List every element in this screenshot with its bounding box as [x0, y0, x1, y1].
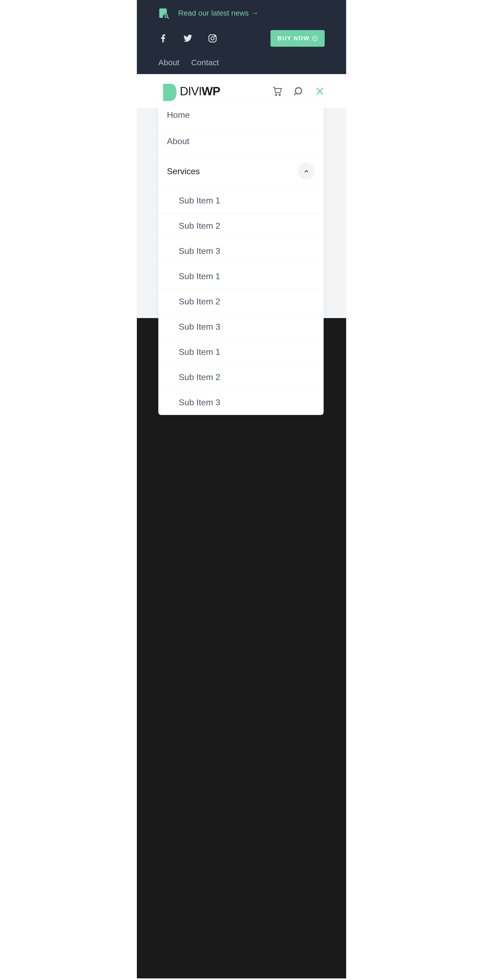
svg-line-8 [294, 93, 296, 95]
sub-item[interactable]: Sub Item 2 [158, 289, 324, 314]
instagram-icon[interactable] [208, 33, 218, 43]
menu-item-about[interactable]: About [158, 128, 324, 154]
news-link[interactable]: Read our latest news → [178, 9, 258, 18]
sub-item[interactable]: Sub Item 3 [158, 314, 324, 340]
topbar-nav: About Contact [158, 58, 325, 67]
buy-now-button[interactable]: BUY NOW [270, 30, 325, 47]
svg-line-1 [167, 17, 168, 18]
sub-item[interactable]: Sub Item 1 [158, 188, 324, 213]
close-icon[interactable] [315, 86, 325, 96]
sub-item[interactable]: Sub Item 3 [158, 390, 324, 415]
sub-item[interactable]: Sub Item 3 [158, 239, 324, 264]
footer-dark-area [137, 318, 346, 978]
sub-item[interactable]: Sub Item 1 [158, 264, 324, 289]
arrow-right-circle-icon [312, 36, 318, 41]
logo-text: DIVIWP [180, 84, 220, 98]
mobile-menu-panel: Home About Services Sub Item 1 Sub Item … [158, 102, 324, 415]
logo-d-icon [158, 81, 178, 101]
sub-item[interactable]: Sub Item 1 [158, 340, 324, 365]
search-icon[interactable] [294, 86, 304, 97]
menu-item-label: Services [167, 166, 200, 177]
social-row: BUY NOW [158, 30, 325, 47]
svg-point-4 [214, 36, 215, 37]
buy-now-label: BUY NOW [278, 35, 310, 42]
svg-point-6 [279, 94, 280, 95]
document-search-icon [158, 8, 170, 19]
topbar-nav-contact[interactable]: Contact [191, 58, 219, 67]
svg-point-3 [211, 37, 214, 40]
chevron-up-icon[interactable] [298, 163, 315, 180]
logo[interactable]: DIVIWP [158, 81, 261, 101]
menu-item-services[interactable]: Services [158, 154, 324, 188]
cart-icon[interactable] [272, 86, 283, 97]
svg-point-5 [276, 94, 277, 95]
news-row: Read our latest news → [158, 8, 325, 19]
sub-item[interactable]: Sub Item 2 [158, 365, 324, 390]
menu-item-label: About [167, 136, 189, 146]
facebook-icon[interactable] [158, 33, 168, 43]
menu-item-label: Home [167, 110, 190, 120]
topbar: Read our latest news → BUY NOW About Co [137, 0, 346, 74]
sub-item[interactable]: Sub Item 2 [158, 213, 324, 239]
topbar-nav-about[interactable]: About [158, 58, 179, 67]
twitter-icon[interactable] [183, 33, 193, 43]
menu-item-home[interactable]: Home [158, 102, 324, 128]
